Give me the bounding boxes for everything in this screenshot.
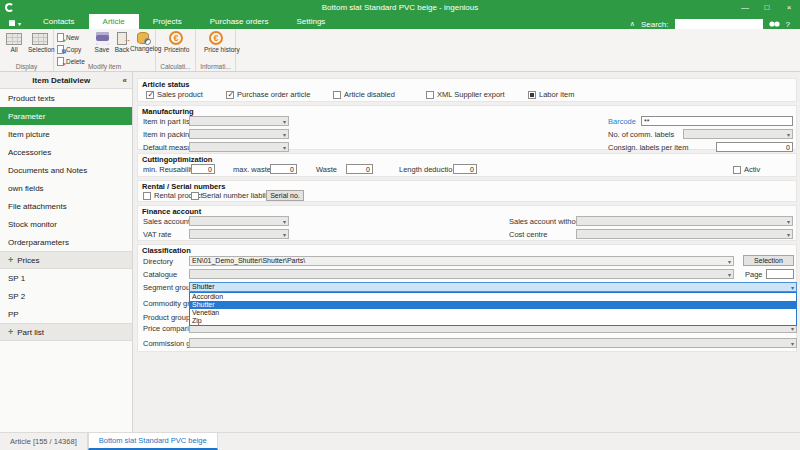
- commission-group-select[interactable]: [189, 338, 797, 348]
- search-input[interactable]: [675, 19, 763, 29]
- collapse-sidebar-icon[interactable]: «: [123, 76, 132, 85]
- sidebar-item-item-picture[interactable]: Item picture: [0, 125, 132, 143]
- menubar: ▾ Contacts Article Projects Purchase ord…: [0, 14, 800, 29]
- dropdown-option-venetian[interactable]: Venetian: [190, 309, 796, 317]
- ribbon-group-modify-item: + New ⧉ Copy × Delete Save → Back: [54, 29, 156, 71]
- vat-rate-select[interactable]: [189, 229, 289, 239]
- dropdown-option-shutter[interactable]: Shutter: [190, 301, 796, 309]
- checkbox-icon: [191, 192, 199, 200]
- checkbox-purchase-order-article[interactable]: Purchase order article: [226, 90, 310, 99]
- file-menu-icon: [8, 19, 16, 27]
- sidebar-item-documents-and-notes[interactable]: Documents and Notes: [0, 161, 132, 179]
- selection-button-classification[interactable]: Selection: [743, 255, 794, 266]
- binoculars-icon[interactable]: [769, 20, 780, 28]
- checkbox-icon: [426, 91, 434, 99]
- ribbon-group-display: All Selection Display: [0, 29, 54, 71]
- checkbox-labor-item[interactable]: Labor item: [528, 90, 574, 99]
- sidebar-item-sp2[interactable]: SP 2: [0, 287, 132, 305]
- new-button[interactable]: + New: [57, 31, 91, 43]
- checkbox-sales-product[interactable]: Sales product: [146, 90, 203, 99]
- sidebar-item-sp1[interactable]: SP 1: [0, 269, 132, 287]
- changelog-button[interactable]: Changelog: [130, 31, 156, 52]
- copy-icon: ⧉: [57, 45, 64, 54]
- sales-account-with-vat-select[interactable]: [189, 216, 289, 226]
- ribbon-group-calculation: € Priceinfo Calculati...: [156, 29, 196, 71]
- page-input[interactable]: [766, 269, 794, 279]
- door-exit-icon: →: [117, 32, 127, 45]
- segment-group-select[interactable]: Shutter: [189, 282, 797, 292]
- copy-button[interactable]: ⧉ Copy: [57, 43, 91, 55]
- tab-settings[interactable]: Settings: [282, 14, 339, 29]
- ribbon-group-label: Informati...: [196, 63, 235, 70]
- save-button[interactable]: Save: [92, 31, 112, 53]
- bottom-tab-current-article[interactable]: Bottom slat Standard PVC beige: [88, 433, 218, 450]
- min-reusability-input[interactable]: 0: [191, 164, 215, 174]
- sidebar-title: Item Detailview: [0, 76, 123, 85]
- checkbox-article-disabled[interactable]: Article disabled: [333, 90, 395, 99]
- checkbox-icon: [143, 192, 151, 200]
- barcode-link[interactable]: Barcode: [608, 117, 636, 126]
- app-window: Bottom slat Standard PVC beige - ingenio…: [0, 0, 800, 450]
- ribbon-group-label: Display: [0, 63, 53, 70]
- plus-icon: +: [8, 327, 13, 337]
- selection-button[interactable]: Selection: [28, 31, 52, 53]
- sidebar-group-prices[interactable]: + Prices: [0, 251, 132, 269]
- clock-icon: [144, 38, 151, 45]
- tab-article[interactable]: Article: [89, 14, 139, 29]
- segment-group-dropdown-list: Accordion Shutter Venetian Zip: [189, 292, 797, 326]
- tab-projects[interactable]: Projects: [139, 14, 196, 29]
- length-deduction-input[interactable]: 0: [453, 164, 477, 174]
- consign-labels-input[interactable]: 0: [716, 142, 793, 152]
- database-clock-icon: [137, 32, 149, 44]
- sidebar-item-accessories[interactable]: Accessories: [0, 143, 132, 161]
- ribbon: All Selection Display + New ⧉ Copy ×: [0, 29, 800, 72]
- comm-labels-select[interactable]: [683, 129, 793, 139]
- sidebar-header: Item Detailview «: [0, 72, 132, 89]
- catalogue-select[interactable]: [189, 269, 734, 279]
- barcode-input[interactable]: **: [641, 116, 793, 126]
- bottom-tab-article-list[interactable]: Article [155 / 14368]: [0, 433, 88, 450]
- default-measurement-sheet-select[interactable]: [189, 142, 289, 152]
- collapse-ribbon-icon[interactable]: ∧: [630, 20, 635, 28]
- sidebar-item-product-texts[interactable]: Product texts: [0, 89, 132, 107]
- help-button[interactable]: ?: [786, 20, 790, 29]
- dropdown-option-accordion[interactable]: Accordion: [190, 293, 796, 301]
- section-finance-account: Finance account Sales account with VAT V…: [137, 205, 797, 241]
- section-classification: Classification Directory EN\01_Demo_Shut…: [137, 244, 797, 352]
- directory-select[interactable]: EN\01_Demo_Shutter\Shutter\Parts\: [189, 256, 734, 266]
- euro-clock-icon: €: [209, 31, 223, 45]
- item-in-packing-list-select[interactable]: [189, 129, 289, 139]
- sidebar-item-parameter[interactable]: Parameter: [0, 107, 132, 125]
- checkbox-serial-number-liability[interactable]: Serial number liability: [191, 191, 273, 200]
- dropdown-option-zip[interactable]: Zip: [190, 317, 796, 325]
- sidebar-item-pp[interactable]: PP: [0, 305, 132, 323]
- chevron-down-icon: ▾: [18, 20, 21, 27]
- section-article-status: Article status Sales product Purchase or…: [137, 78, 797, 102]
- waste-input[interactable]: 0: [346, 164, 373, 174]
- sidebar-item-orderparameters[interactable]: Orderparameters: [0, 233, 132, 251]
- titlebar: Bottom slat Standard PVC beige - ingenio…: [0, 0, 800, 14]
- sidebar-item-stock-monitor[interactable]: Stock monitor: [0, 215, 132, 233]
- tab-purchase-orders[interactable]: Purchase orders: [196, 14, 283, 29]
- price-history-button[interactable]: € Price history: [204, 31, 228, 53]
- sales-account-without-vat-select[interactable]: [576, 216, 793, 226]
- priceinfo-button[interactable]: € Priceinfo: [164, 31, 188, 53]
- sidebar-item-file-attachments[interactable]: File attachments: [0, 197, 132, 215]
- checkbox-activ[interactable]: Activ: [733, 165, 760, 174]
- sidebar-item-own-fields[interactable]: own fields: [0, 179, 132, 197]
- search-label: Search:: [641, 20, 669, 29]
- back-button[interactable]: → Back: [112, 31, 132, 53]
- sidebar-group-part-list[interactable]: + Part list: [0, 323, 132, 341]
- ribbon-group-label: Modify item: [54, 63, 155, 70]
- item-in-part-list-select[interactable]: [189, 116, 289, 126]
- checkbox-xml-supplier-export[interactable]: XML Supplier export: [426, 90, 505, 99]
- all-button[interactable]: All: [2, 31, 26, 53]
- serial-no-button[interactable]: Serial no.: [266, 190, 304, 201]
- bottom-tabbar: Article [155 / 14368] Bottom slat Standa…: [0, 432, 800, 450]
- checkbox-icon: [528, 91, 536, 99]
- cost-centre-select[interactable]: [576, 229, 793, 239]
- max-waste-input[interactable]: 0: [270, 164, 297, 174]
- tab-contacts[interactable]: Contacts: [29, 14, 89, 29]
- file-menu-button[interactable]: ▾: [8, 19, 21, 27]
- checkbox-icon: [226, 91, 234, 99]
